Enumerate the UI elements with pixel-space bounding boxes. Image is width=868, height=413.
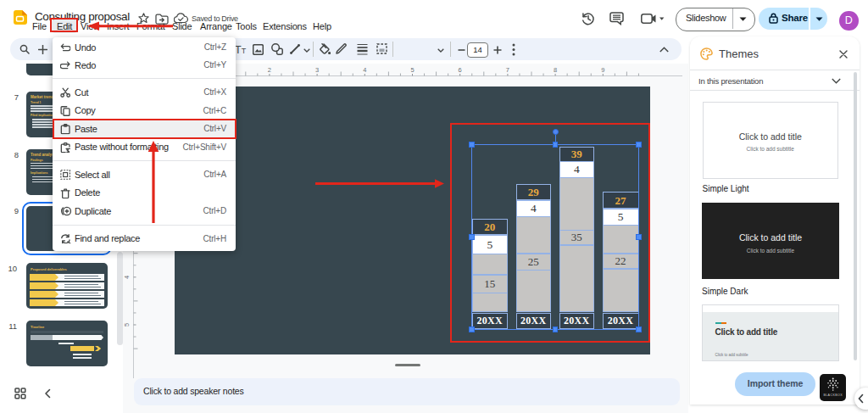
svg-text:9: 9 <box>601 66 604 74</box>
svg-text:BLACKBOX: BLACKBOX <box>823 393 843 397</box>
svg-text:5: 5 <box>124 323 131 326</box>
svg-text:7: 7 <box>506 66 509 74</box>
svg-text:8: 8 <box>554 66 557 74</box>
svg-text:4: 4 <box>363 66 366 74</box>
svg-text:4: 4 <box>124 276 131 279</box>
svg-text:2: 2 <box>268 66 271 74</box>
svg-text:5: 5 <box>410 66 414 74</box>
svg-text:3: 3 <box>315 66 319 74</box>
svg-text:6: 6 <box>459 66 462 74</box>
